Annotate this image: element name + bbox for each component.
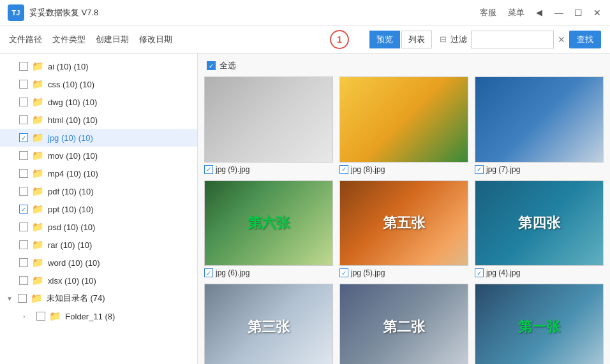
sidebar-checkbox-html[interactable]: [19, 115, 28, 124]
minimize-button[interactable]: —: [554, 8, 564, 18]
thumb-item-jpg6: 第六张jpg (6).jpg: [204, 180, 333, 278]
content-area: ✓ 全选 jpg (9).jpgjpg (8).jpgjpg (7).jpg第六…: [198, 54, 610, 364]
sidebar-item-word[interactable]: 📁word (10) (10): [0, 254, 197, 272]
filter-icon: ⊟: [440, 34, 447, 44]
sidebar-checkbox-pdf[interactable]: [19, 187, 28, 196]
step-number: 1: [337, 34, 342, 45]
thumb-checkbox-jpg6[interactable]: [204, 268, 213, 277]
search-input[interactable]: [471, 31, 554, 48]
sidebar-item-html[interactable]: 📁html (10) (10): [0, 111, 197, 129]
thumb-image-jpg2[interactable]: 第二张: [339, 284, 468, 364]
sidebar-checkbox-word[interactable]: [19, 258, 28, 267]
maximize-button[interactable]: ☐: [573, 8, 583, 18]
thumb-checkbox-jpg7[interactable]: [475, 165, 484, 174]
close-button[interactable]: ✕: [592, 8, 602, 18]
sidebar-item-dwg[interactable]: 📁dwg (10) (10): [0, 93, 197, 111]
sidebar-checkbox-jpg[interactable]: ✓: [19, 133, 28, 142]
titlebar-right: 客服 菜单 ◀ — ☐ ✕: [480, 7, 602, 18]
file-type-filter[interactable]: 文件类型: [52, 34, 86, 45]
thumb-overlay-text: 第二张: [383, 317, 425, 337]
folder-icon: 📁: [32, 96, 44, 108]
folder-icon: 📁: [49, 310, 61, 322]
file-path-filter[interactable]: 文件路径: [9, 34, 42, 45]
sidebar-checkbox-mp4[interactable]: [19, 169, 28, 178]
thumb-image-jpg9[interactable]: [204, 76, 333, 163]
app-logo: TJ: [8, 4, 24, 21]
folder-icon: 📁: [32, 203, 44, 215]
sidebar-item-psd[interactable]: 📁psd (10) (10): [0, 218, 197, 236]
sidebar-label-mov: mov (10) (10): [48, 151, 98, 161]
window-controls: — ☐ ✕: [554, 8, 602, 18]
sidebar-item-ai[interactable]: 📁ai (10) (10): [0, 57, 197, 75]
thumb-checkbox-jpg4[interactable]: [475, 268, 484, 277]
sidebar-checkbox-ppt[interactable]: ✓: [19, 205, 28, 214]
thumb-item-jpg4: 第四张jpg (4).jpg: [475, 180, 604, 278]
thumb-overlay-text: 第四张: [518, 214, 560, 233]
preview-view-button[interactable]: 预览: [369, 31, 400, 48]
thumb-image-jpg3[interactable]: 第三张: [204, 284, 333, 364]
filter-area: ⊟ 过滤 ✕ 查找: [440, 31, 601, 48]
sidebar-item-mov[interactable]: 📁mov (10) (10): [0, 147, 197, 164]
thumb-image-jpg4[interactable]: 第四张: [475, 180, 604, 266]
sidebar-checkbox-dwg[interactable]: [19, 98, 28, 106]
sidebar-checkbox-folder11[interactable]: [36, 312, 45, 321]
sidebar-checkbox-css[interactable]: [19, 80, 28, 89]
menu-button[interactable]: 菜单: [508, 7, 524, 18]
thumb-image-jpg8[interactable]: [339, 76, 468, 163]
sidebar-item-folder11[interactable]: ›📁Folder_11 (8): [0, 307, 197, 325]
thumb-image-jpg7[interactable]: [475, 76, 604, 163]
view-buttons: 预览 列表: [369, 31, 432, 48]
titlebar: TJ 妥妥数据恢复 V7.8 客服 菜单 ◀ — ☐ ✕: [0, 0, 610, 25]
list-view-button[interactable]: 列表: [401, 31, 432, 48]
select-all-checkbox[interactable]: ✓: [207, 61, 216, 70]
menu-arrow-icon: ◀: [536, 8, 542, 17]
sidebar-checkbox-mov[interactable]: [19, 151, 28, 160]
sidebar-label-word: word (10) (10): [48, 258, 100, 268]
search-clear-button[interactable]: ✕: [558, 34, 565, 45]
thumb-overlay-text: 第一张: [518, 317, 560, 337]
thumb-label-jpg8: jpg (8).jpg: [339, 165, 468, 174]
sidebar-label-jpg: jpg (10) (10): [48, 133, 93, 143]
sidebar-item-ppt[interactable]: ✓📁ppt (10) (10): [0, 200, 197, 218]
folder-icon: 📁: [32, 275, 44, 286]
toolbar-meta: 文件路径 文件类型 创建日期 修改日期: [9, 34, 172, 45]
thumb-label-jpg4: jpg (4).jpg: [475, 268, 604, 277]
sidebar-item-pdf[interactable]: 📁pdf (10) (10): [0, 182, 197, 200]
thumb-checkbox-jpg5[interactable]: [339, 268, 348, 277]
thumb-checkbox-jpg9[interactable]: [204, 165, 213, 174]
sidebar-item-xlsx[interactable]: 📁xlsx (10) (10): [0, 272, 197, 289]
thumb-image-jpg6[interactable]: 第六张: [204, 180, 333, 266]
sidebar-item-jpg[interactable]: ✓📁jpg (10) (10): [0, 129, 197, 147]
thumb-image-jpg5[interactable]: 第五张: [339, 180, 468, 266]
sidebar-label-folder11: Folder_11 (8): [65, 312, 115, 321]
sidebar-checkbox-rar[interactable]: [19, 240, 28, 249]
sidebar-item-rar[interactable]: 📁rar (10) (10): [0, 236, 197, 254]
service-button[interactable]: 客服: [480, 7, 496, 18]
sidebar-checkbox-ai[interactable]: [19, 62, 28, 71]
search-button[interactable]: 查找: [569, 31, 601, 48]
sidebar-checkbox-psd[interactable]: [19, 222, 28, 231]
thumb-image-jpg10[interactable]: 第一张: [475, 284, 604, 364]
thumbnail-grid: jpg (9).jpgjpg (8).jpgjpg (7).jpg第六张jpg …: [204, 76, 604, 364]
folder-icon: 📁: [32, 61, 44, 72]
folder-icon: 📁: [32, 168, 44, 179]
titlebar-left: TJ 妥妥数据恢复 V7.8: [8, 4, 98, 21]
expand-icon: ▼: [6, 295, 13, 302]
sidebar-item-css[interactable]: 📁css (10) (10): [0, 75, 197, 93]
thumb-item-jpg5: 第五张jpg (5).jpg: [339, 180, 468, 278]
sidebar-checkbox-unknown[interactable]: [18, 294, 27, 303]
create-date-filter[interactable]: 创建日期: [96, 34, 129, 45]
modify-date-filter[interactable]: 修改日期: [139, 34, 172, 45]
sidebar-item-unknown[interactable]: ▼📁未知目录名 (74): [0, 289, 197, 307]
thumb-filename-jpg9: jpg (9).jpg: [216, 165, 249, 174]
folder-icon: 📁: [32, 132, 44, 143]
main-area: 📁ai (10) (10)📁css (10) (10)📁dwg (10) (10…: [0, 54, 610, 364]
folder-icon: 📁: [32, 239, 44, 251]
sidebar-checkbox-xlsx[interactable]: [19, 276, 28, 285]
sidebar-label-ppt: ppt (10) (10): [48, 205, 94, 214]
thumb-checkbox-jpg8[interactable]: [339, 165, 348, 174]
select-all-bar: ✓ 全选: [204, 59, 604, 76]
sidebar-item-mp4[interactable]: 📁mp4 (10) (10): [0, 164, 197, 182]
folder-icon: 📁: [32, 78, 44, 90]
thumb-item-jpg9: jpg (9).jpg: [204, 76, 333, 174]
